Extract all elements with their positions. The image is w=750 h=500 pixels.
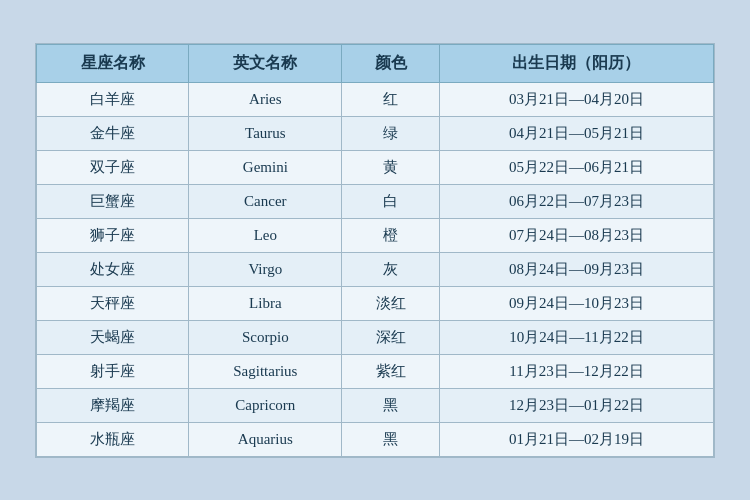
zodiac-table: 星座名称 英文名称 颜色 出生日期（阳历） 白羊座Aries红03月21日—04…	[36, 44, 714, 457]
header-color: 颜色	[342, 44, 440, 82]
cell-chinese-name: 狮子座	[37, 218, 189, 252]
table-header-row: 星座名称 英文名称 颜色 出生日期（阳历）	[37, 44, 714, 82]
cell-dates: 10月24日—11月22日	[439, 320, 713, 354]
table-row: 双子座Gemini黄05月22日—06月21日	[37, 150, 714, 184]
header-dates: 出生日期（阳历）	[439, 44, 713, 82]
cell-chinese-name: 处女座	[37, 252, 189, 286]
cell-chinese-name: 巨蟹座	[37, 184, 189, 218]
table-row: 天秤座Libra淡红09月24日—10月23日	[37, 286, 714, 320]
cell-english-name: Virgo	[189, 252, 342, 286]
table-row: 处女座Virgo灰08月24日—09月23日	[37, 252, 714, 286]
table-row: 金牛座Taurus绿04月21日—05月21日	[37, 116, 714, 150]
cell-color: 橙	[342, 218, 440, 252]
cell-color: 白	[342, 184, 440, 218]
table-row: 巨蟹座Cancer白06月22日—07月23日	[37, 184, 714, 218]
cell-dates: 01月21日—02月19日	[439, 422, 713, 456]
cell-color: 红	[342, 82, 440, 116]
table-row: 摩羯座Capricorn黑12月23日—01月22日	[37, 388, 714, 422]
cell-color: 黑	[342, 388, 440, 422]
cell-dates: 12月23日—01月22日	[439, 388, 713, 422]
cell-dates: 11月23日—12月22日	[439, 354, 713, 388]
cell-english-name: Gemini	[189, 150, 342, 184]
cell-english-name: Capricorn	[189, 388, 342, 422]
cell-chinese-name: 摩羯座	[37, 388, 189, 422]
cell-english-name: Scorpio	[189, 320, 342, 354]
cell-color: 黑	[342, 422, 440, 456]
cell-chinese-name: 水瓶座	[37, 422, 189, 456]
cell-color: 灰	[342, 252, 440, 286]
cell-dates: 03月21日—04月20日	[439, 82, 713, 116]
cell-english-name: Taurus	[189, 116, 342, 150]
cell-color: 紫红	[342, 354, 440, 388]
cell-dates: 09月24日—10月23日	[439, 286, 713, 320]
cell-color: 绿	[342, 116, 440, 150]
cell-english-name: Leo	[189, 218, 342, 252]
table-row: 水瓶座Aquarius黑01月21日—02月19日	[37, 422, 714, 456]
cell-dates: 08月24日—09月23日	[439, 252, 713, 286]
cell-chinese-name: 射手座	[37, 354, 189, 388]
header-chinese-name: 星座名称	[37, 44, 189, 82]
cell-english-name: Libra	[189, 286, 342, 320]
cell-english-name: Cancer	[189, 184, 342, 218]
cell-english-name: Sagittarius	[189, 354, 342, 388]
cell-chinese-name: 金牛座	[37, 116, 189, 150]
cell-dates: 05月22日—06月21日	[439, 150, 713, 184]
table-row: 射手座Sagittarius紫红11月23日—12月22日	[37, 354, 714, 388]
cell-color: 黄	[342, 150, 440, 184]
table-row: 天蝎座Scorpio深红10月24日—11月22日	[37, 320, 714, 354]
table-body: 白羊座Aries红03月21日—04月20日金牛座Taurus绿04月21日—0…	[37, 82, 714, 456]
cell-english-name: Aries	[189, 82, 342, 116]
cell-dates: 06月22日—07月23日	[439, 184, 713, 218]
cell-chinese-name: 双子座	[37, 150, 189, 184]
table-row: 白羊座Aries红03月21日—04月20日	[37, 82, 714, 116]
cell-color: 淡红	[342, 286, 440, 320]
cell-chinese-name: 天蝎座	[37, 320, 189, 354]
cell-dates: 07月24日—08月23日	[439, 218, 713, 252]
cell-chinese-name: 白羊座	[37, 82, 189, 116]
zodiac-table-container: 星座名称 英文名称 颜色 出生日期（阳历） 白羊座Aries红03月21日—04…	[35, 43, 715, 458]
cell-color: 深红	[342, 320, 440, 354]
cell-chinese-name: 天秤座	[37, 286, 189, 320]
cell-english-name: Aquarius	[189, 422, 342, 456]
header-english-name: 英文名称	[189, 44, 342, 82]
cell-dates: 04月21日—05月21日	[439, 116, 713, 150]
table-row: 狮子座Leo橙07月24日—08月23日	[37, 218, 714, 252]
